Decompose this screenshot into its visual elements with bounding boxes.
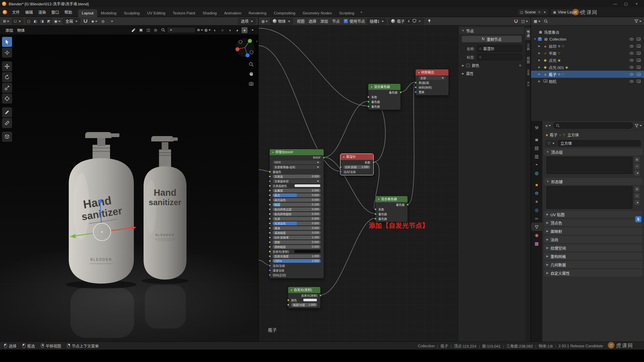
input-socket[interactable]: [374, 208, 377, 210]
eyedropper-icon[interactable]: [130, 27, 137, 33]
input-socket[interactable]: [269, 199, 271, 201]
input-socket[interactable]: [269, 175, 271, 178]
node-row[interactable]: IOR 折射率1.450: [270, 235, 324, 240]
scale-tool[interactable]: [2, 83, 12, 93]
output-socket[interactable]: [323, 157, 325, 159]
add-cube-tool[interactable]: [2, 132, 12, 142]
transform-tool[interactable]: [2, 94, 12, 104]
input-socket[interactable]: [269, 185, 271, 187]
workspace-tab[interactable]: Animation: [220, 9, 245, 17]
node-header[interactable]: 材质输出: [416, 69, 448, 75]
render-camera-icon[interactable]: [637, 73, 641, 76]
editor-type-node-button[interactable]: ◍: [261, 18, 268, 24]
workspace-tab[interactable]: UV Editing: [144, 9, 169, 17]
node-header[interactable]: 混合着色器: [368, 84, 400, 90]
properties-tab[interactable]: ◙: [531, 135, 542, 144]
outliner-row-plane[interactable]: ▶ ▱ 平面 ▽: [531, 50, 644, 57]
node-header[interactable]: 混合着色器: [375, 196, 408, 202]
workspace-tab[interactable]: Geometry Nodes: [299, 9, 335, 17]
properties-tab[interactable]: ⚒: [531, 124, 542, 132]
hide-eye-icon[interactable]: [630, 80, 634, 83]
input-socket[interactable]: [269, 260, 271, 262]
properties-tab[interactable]: ▽: [531, 223, 542, 231]
outliner-search-icon[interactable]: [542, 18, 549, 24]
collapsed-panel[interactable]: ▶ 法向: [544, 236, 642, 243]
node-canvas[interactable]: 原理化BSDF BSDF: [259, 25, 458, 342]
shape-keys-list[interactable]: [546, 186, 633, 209]
input-socket[interactable]: [269, 203, 271, 206]
shading-wireframe-icon[interactable]: ○: [219, 27, 225, 33]
node-row[interactable]: 着色器: [368, 90, 400, 95]
node-row[interactable]: 着色器: [375, 202, 408, 207]
panel-shape-keys[interactable]: ▼ 形态键: [544, 178, 642, 185]
input-socket[interactable]: [269, 222, 271, 225]
vertex-groups-list[interactable]: [546, 157, 633, 174]
expand-icon[interactable]: ▼: [534, 38, 538, 41]
select-intersect-toggle[interactable]: ◩: [46, 18, 52, 24]
sidebar-tab[interactable]: 工具: [525, 41, 531, 53]
workspace-tab[interactable]: Rendering: [245, 9, 270, 17]
output-socket[interactable]: [319, 294, 322, 297]
collection-checkbox[interactable]: [538, 37, 542, 41]
node-row[interactable]: 强度/力度1.000: [288, 302, 320, 307]
input-socket[interactable]: [415, 86, 417, 88]
properties-tab[interactable]: ⚙: [531, 189, 542, 197]
node-label-field[interactable]: ◇: [477, 54, 522, 60]
orientation-dropdown[interactable]: 全局: [63, 18, 80, 24]
node-row[interactable]: 自发光强度1.000: [270, 254, 324, 258]
hide-eye-icon[interactable]: [630, 38, 634, 41]
outliner-row-collection[interactable]: ▼ ▤ Collection: [531, 36, 644, 43]
node-row[interactable]: 光泽染色0.500: [270, 221, 324, 226]
annotate-tool[interactable]: [2, 107, 12, 117]
viewport-filter-dropdown[interactable]: [167, 27, 196, 33]
node-header[interactable]: 原理化BSDF: [270, 149, 324, 155]
topbar-menu[interactable]: 渲染: [36, 10, 49, 14]
close-button[interactable]: ×: [631, 0, 642, 7]
node-row[interactable]: 着色器: [368, 104, 400, 109]
properties-tab[interactable]: ■: [531, 181, 542, 189]
node-row[interactable]: Alpha1.000: [270, 258, 324, 263]
cursor-tool[interactable]: [2, 48, 12, 58]
breadcrumb-object[interactable]: 瓶子: [550, 132, 557, 137]
shading-dropdown[interactable]: [249, 27, 255, 33]
input-socket[interactable]: [269, 227, 271, 229]
node-row[interactable]: 颜色: [288, 298, 320, 302]
node-row[interactable]: 全部: [416, 75, 448, 80]
node-emission[interactable]: 自发光(发射) 自发光(发射): [288, 287, 321, 308]
collapsed-panel[interactable]: ▶ 面映射: [544, 228, 642, 235]
navigation-gizmo[interactable]: [235, 38, 255, 59]
sidebar-tab[interactable]: Kit: [525, 79, 531, 89]
node-row[interactable]: 次表面0.000: [270, 174, 324, 179]
presets-list-icon[interactable]: ≡: [519, 63, 521, 67]
gizmos-dropdown[interactable]: ⊕: [197, 27, 203, 33]
input-socket[interactable]: [269, 218, 271, 220]
select-subtract-toggle[interactable]: ◨: [39, 18, 45, 24]
mode-dropdown[interactable]: □: [11, 18, 23, 24]
rebuild-node-button[interactable]: ↻ 重制节点: [462, 36, 522, 43]
workspace-tab[interactable]: Shading: [199, 9, 220, 17]
properties-filter-icon[interactable]: [635, 122, 642, 129]
input-socket[interactable]: [339, 171, 342, 173]
input-socket[interactable]: [374, 213, 377, 215]
breadcrumb-data[interactable]: 立方体: [568, 132, 579, 137]
pin-icon[interactable]: [426, 18, 433, 24]
output-socket[interactable]: [399, 91, 402, 94]
slot-dropdown[interactable]: 插槽1: [367, 18, 386, 24]
topbar-menu[interactable]: 窗口: [49, 10, 62, 14]
node-snap-magnet-icon[interactable]: [513, 18, 519, 24]
node-row[interactable]: 高光染色0.000: [270, 197, 324, 202]
node-row[interactable]: 置换: [416, 89, 448, 94]
minimize-button[interactable]: —: [610, 0, 621, 7]
input-socket[interactable]: [269, 250, 271, 253]
proportional-falloff-dropdown[interactable]: [108, 18, 115, 24]
hide-eye-icon[interactable]: [630, 59, 634, 62]
scene-selector[interactable]: ◫ Scene ×: [517, 9, 548, 15]
node-row[interactable]: 各向异性旋转0.000: [270, 212, 324, 216]
material-users-badge[interactable]: 4: [406, 19, 411, 23]
panel-attributes[interactable]: ▶ 属性: [458, 70, 526, 77]
workspace-tab[interactable]: Scripting: [335, 9, 358, 17]
topbar-menu[interactable]: 帮助: [62, 10, 75, 14]
overlays-dropdown[interactable]: ◍: [204, 27, 211, 33]
select-extend-toggle[interactable]: ◧: [32, 18, 39, 24]
node-row[interactable]: 糙度0.155: [270, 202, 324, 207]
